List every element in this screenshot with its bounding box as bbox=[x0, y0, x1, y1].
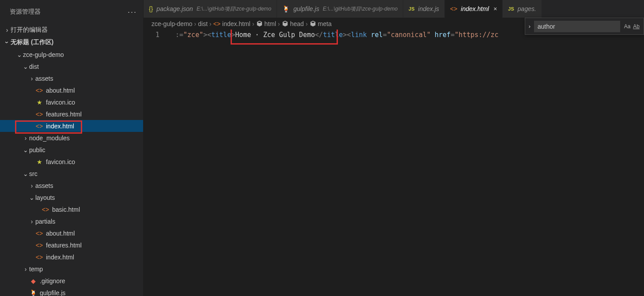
symbol-icon bbox=[256, 20, 263, 27]
tree-folder[interactable]: ⌄layouts bbox=[0, 191, 143, 203]
tree-file[interactable]: <>index.html bbox=[0, 120, 143, 132]
tree-folder[interactable]: ⌄src bbox=[0, 168, 143, 180]
tree-label: partials bbox=[35, 218, 55, 225]
code-token: href bbox=[435, 31, 451, 39]
chevron-down-icon: ⌄ bbox=[22, 146, 29, 154]
breadcrumb-separator: › bbox=[278, 20, 280, 27]
editor-tab[interactable]: JSpages. bbox=[503, 0, 542, 18]
tree-file[interactable]: ★favicon.ico bbox=[0, 156, 143, 168]
tree-file[interactable]: ★favicon.ico bbox=[0, 96, 143, 108]
code-token: Home · Zce Gulp Demo bbox=[235, 31, 315, 39]
editor-tab[interactable]: 🍹gulpfile.jsE:\...\gitHub项目\zce-gulp-dem… bbox=[277, 0, 403, 18]
search-options: Aa Ab bbox=[620, 22, 644, 30]
breadcrumb-item[interactable]: head bbox=[282, 20, 304, 27]
match-case-toggle[interactable]: Aa bbox=[623, 22, 632, 30]
tree-folder[interactable]: ⌄public bbox=[0, 144, 143, 156]
tree-file[interactable]: 🍹gulpfile.js bbox=[0, 287, 143, 296]
tree-label: about.html bbox=[46, 230, 75, 237]
chevron-right-icon: › bbox=[28, 182, 35, 189]
line-number: 1 bbox=[144, 31, 169, 39]
tab-title: pages. bbox=[518, 5, 536, 12]
code-token bbox=[431, 31, 435, 39]
tree-label: temp bbox=[29, 266, 43, 273]
code-line: :="zce"><title>Home · Zce Gulp Demo</tit… bbox=[175, 31, 499, 39]
breadcrumb-item[interactable]: <>index.html bbox=[213, 20, 250, 27]
tree-label: .gitignore bbox=[40, 277, 65, 285]
tree-folder[interactable]: ›temp bbox=[0, 263, 143, 275]
breadcrumb-item[interactable]: zce-gulp-demo bbox=[152, 20, 193, 27]
find-widget: › Aa Ab bbox=[525, 18, 644, 35]
html-file-icon: <> bbox=[213, 20, 220, 27]
tree-file[interactable]: <>basic.html bbox=[0, 203, 143, 215]
tree-folder[interactable]: ⌄dist bbox=[0, 60, 143, 72]
tree-label: src bbox=[29, 170, 38, 177]
tree-label: zce-gulp-demo bbox=[23, 51, 64, 58]
code-editor[interactable]: 1 :="zce"><title>Home · Zce Gulp Demo</t… bbox=[144, 30, 644, 296]
tree-folder[interactable]: ›partials bbox=[0, 215, 143, 227]
code-token: = bbox=[451, 31, 455, 39]
tree-file[interactable]: <>about.html bbox=[0, 84, 143, 96]
tree-label: layouts bbox=[35, 194, 55, 201]
tree-file[interactable]: <>features.html bbox=[0, 239, 143, 251]
file-tree: ⌄zce-gulp-demo⌄dist›assets<>about.html★f… bbox=[0, 49, 143, 296]
html-file-icon: <> bbox=[35, 111, 43, 118]
editor-tab[interactable]: {}package.jsonE:\...\gitHub项目\zce-gulp-d… bbox=[144, 0, 277, 18]
breadcrumb-separator: › bbox=[209, 20, 212, 27]
code-token: = bbox=[383, 31, 387, 39]
explorer-sidebar: 资源管理器 ··· › 打开的编辑器 › 无标题 (工作区) ⌄zce-gulp… bbox=[0, 0, 144, 296]
open-editors-label: 打开的编辑器 bbox=[11, 26, 48, 34]
search-input[interactable] bbox=[534, 21, 620, 32]
tree-file[interactable]: <>about.html bbox=[0, 227, 143, 239]
code-token bbox=[367, 31, 371, 39]
close-icon[interactable]: × bbox=[493, 5, 497, 12]
chevron-right-icon: › bbox=[28, 75, 35, 82]
tab-path: E:\...\gitHub项目\zce-gulp-demo bbox=[197, 5, 271, 13]
more-icon[interactable]: ··· bbox=[128, 7, 137, 17]
tree-label: node_modules bbox=[29, 135, 70, 142]
tree-label: favicon.ico bbox=[46, 158, 75, 165]
tree-file[interactable]: <>index.html bbox=[0, 251, 143, 263]
match-word-toggle[interactable]: Ab bbox=[632, 22, 641, 30]
code-token: title bbox=[211, 31, 231, 39]
tree-label: gulpfile.js bbox=[40, 289, 65, 296]
tree-folder[interactable]: ›assets bbox=[0, 180, 143, 191]
tree-file[interactable]: ◆.gitignore bbox=[0, 275, 143, 287]
chevron-right-icon: › bbox=[22, 135, 29, 142]
favicon-icon: ★ bbox=[35, 158, 43, 165]
tab-title: index.js bbox=[418, 5, 439, 12]
html-file-icon: <> bbox=[35, 254, 43, 261]
breadcrumb-separator: › bbox=[194, 20, 197, 27]
breadcrumb-item[interactable]: html bbox=[256, 20, 276, 27]
html-file-icon: <> bbox=[35, 87, 43, 94]
tree-label: basic.html bbox=[52, 206, 80, 213]
code-token: "canonical" bbox=[387, 31, 431, 39]
breadcrumb-item[interactable]: dist bbox=[198, 20, 208, 27]
git-icon: ◆ bbox=[29, 277, 37, 285]
chevron-right-icon[interactable]: › bbox=[525, 23, 534, 30]
editor-tab[interactable]: <>index.html× bbox=[445, 0, 503, 18]
tree-folder[interactable]: ›node_modules bbox=[0, 132, 143, 144]
open-editors-section[interactable]: › 打开的编辑器 bbox=[0, 24, 143, 36]
editor-area: {}package.jsonE:\...\gitHub项目\zce-gulp-d… bbox=[144, 0, 644, 296]
chevron-right-icon: › bbox=[28, 218, 35, 225]
workspace-section[interactable]: › 无标题 (工作区) bbox=[0, 36, 143, 49]
tree-label: features.html bbox=[46, 242, 82, 249]
html-file-icon: <> bbox=[35, 123, 43, 130]
breadcrumb-separator: › bbox=[306, 20, 308, 27]
tab-title: package.json bbox=[156, 5, 193, 12]
chevron-down-icon: › bbox=[4, 39, 11, 46]
chevron-down-icon: ⌄ bbox=[22, 170, 29, 177]
chevron-right-icon: › bbox=[22, 266, 29, 273]
explorer-title: 资源管理器 bbox=[10, 8, 41, 16]
code-token: </ bbox=[315, 31, 323, 39]
tree-file[interactable]: <>features.html bbox=[0, 108, 143, 120]
tree-folder[interactable]: ›assets bbox=[0, 72, 143, 84]
editor-tab[interactable]: JSindex.js bbox=[403, 0, 445, 18]
chevron-down-icon: ⌄ bbox=[22, 63, 29, 70]
html-file-icon: <> bbox=[35, 230, 43, 237]
breadcrumb-item[interactable]: meta bbox=[310, 20, 332, 27]
tree-label: favicon.ico bbox=[46, 99, 75, 106]
tree-folder[interactable]: ⌄zce-gulp-demo bbox=[0, 49, 143, 60]
gulp-icon: 🍹 bbox=[282, 5, 290, 12]
chevron-down-icon: ⌄ bbox=[28, 194, 35, 201]
